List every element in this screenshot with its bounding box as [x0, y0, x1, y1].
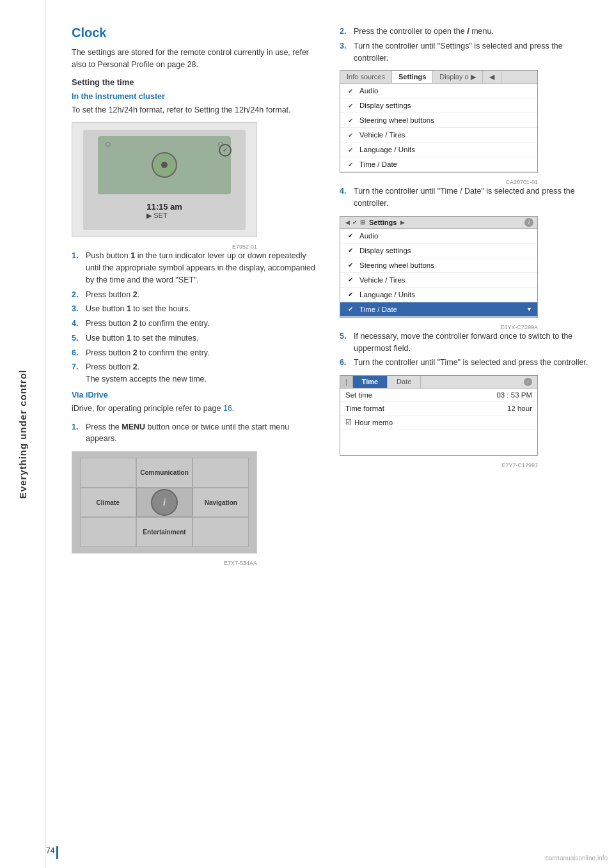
menu2-item-steering: ✔ Steering wheel buttons	[340, 258, 537, 273]
right-steps-top: 2. Press the controller to open the i me…	[340, 26, 588, 64]
idrive-navigation: Navigation	[193, 488, 249, 517]
check-icon: ✔	[345, 260, 356, 270]
sidebar: Everything under control	[0, 0, 46, 868]
idrive-steps-list: 1. Press the MENU button once or twice u…	[72, 421, 320, 446]
section-title: Clock	[72, 26, 320, 40]
in-cluster-text: To set the 12h/24h format, refer to Sett…	[72, 104, 320, 116]
check-icon: ✔	[345, 130, 356, 140]
in-cluster-title: In the instrument cluster	[72, 92, 320, 101]
menu2-item-display: ✔ Display settings	[340, 244, 537, 258]
cluster-time: 11:15 am	[146, 202, 182, 212]
idrive-climate: Climate	[80, 488, 136, 517]
menu2-item-vehicle: ✔ Vehicle / Tires	[340, 273, 537, 288]
time-tab-time: Time	[353, 376, 388, 388]
time-date-menu: | Time Date i Set time 03 : 53 PM Time f…	[340, 375, 538, 456]
list-item: 6. Turn the controller until "Time" is s…	[340, 357, 588, 369]
list-item: 2. Press the controller to open the i me…	[340, 26, 588, 38]
settings-menu-2-header: ◀ ✔ ⊞ Settings ▶ i	[340, 217, 537, 229]
check-icon: ✔	[345, 275, 356, 285]
settings-menu-1: Info sources Settings Display o ▶ ◀ ✔ Au…	[340, 70, 538, 173]
menu-item-audio: ✔ Audio	[340, 84, 537, 98]
time-date-row-hourmemo: ☑ Hour memo	[340, 415, 537, 430]
menu-item-display-settings: ✔ Display settings	[340, 98, 537, 113]
menu-item-steering: ✔ Steering wheel buttons	[340, 113, 537, 128]
list-item: 5. Use button 1 to set the minutes.	[72, 332, 320, 345]
right-column: 2. Press the controller to open the i me…	[340, 26, 588, 842]
tab-display: Display o ▶	[433, 71, 482, 83]
time-date-menu-note: E7Y7-C12997	[340, 462, 538, 469]
list-item: 3. Turn the controller until "Settings" …	[340, 40, 588, 65]
time-tab-date: Date	[388, 376, 421, 388]
idrive-entertainment: Entertainment	[136, 517, 193, 546]
info-icon: i	[524, 378, 532, 386]
time-date-row-settime: Set time 03 : 53 PM	[340, 389, 537, 402]
cluster-image: ⬡ ⬡ ✓ 11:15 am ▶ SET	[72, 122, 257, 237]
settings-menu-1-note: CA20701-01	[340, 179, 538, 185]
checkbox-icon: ☑	[345, 418, 352, 426]
tab-settings-active: Settings	[392, 71, 433, 83]
right-step4: 4. Turn the controller until "Time / Dat…	[340, 185, 588, 210]
intro-text: The settings are stored for the remote c…	[72, 47, 320, 71]
setting-time-title: Setting the time	[72, 77, 320, 87]
menu-item-time-date: ✔ Time / Date	[340, 157, 537, 172]
page-bar	[56, 846, 58, 859]
menu-item-language: ✔ Language / Units	[340, 143, 537, 157]
list-item: 6. Press button 2 to confirm the entry.	[72, 347, 320, 359]
sidebar-label: Everything under control	[17, 369, 28, 499]
check-icon: ✔	[345, 159, 356, 169]
via-idrive-title: Via iDrive	[72, 391, 320, 399]
menu2-item-audio: ✔ Audio	[340, 229, 537, 244]
cluster-set: ▶ SET	[146, 212, 182, 220]
list-item: 3. Use button 1 to set the hours.	[72, 303, 320, 315]
list-item: 5. If necessary, move the controller for…	[340, 330, 588, 355]
idrive-communication: Communication	[136, 458, 193, 487]
list-item: 2. Press button 2.	[72, 289, 320, 301]
page-number: 74	[46, 846, 54, 855]
list-item: 7. Press button 2.The system accepts the…	[72, 361, 320, 385]
tab-info-sources: Info sources	[340, 71, 392, 83]
menu2-item-time-date-selected: ✔ Time / Date ▼	[340, 302, 537, 317]
info-btn: i	[524, 218, 533, 227]
time-date-header: | Time Date i	[340, 376, 537, 389]
list-item: 1. Press the MENU button once or twice u…	[72, 421, 320, 446]
check-icon: ✔	[345, 245, 356, 256]
check-icon: ✔	[345, 86, 356, 96]
list-item: 4. Press button 2 to confirm the entry.	[72, 318, 320, 330]
settings-menu-2-note: E6YX-C7299A	[340, 324, 538, 330]
menu-item-vehicle: ✔ Vehicle / Tires	[340, 128, 537, 143]
menu2-item-language: ✔ Language / Units	[340, 288, 537, 302]
via-idrive-text: iDrive, for operating principle refer to…	[72, 403, 320, 415]
cluster-image-note: E7952-01	[72, 244, 257, 250]
list-item: 4. Turn the controller until "Time / Dat…	[340, 185, 588, 210]
idrive-center-button: i	[136, 488, 193, 517]
check-icon: ✔	[345, 144, 356, 155]
idrive-menu-image: Communication Climate i Navigation Enter…	[72, 451, 257, 554]
left-column: Clock The settings are stored for the re…	[72, 26, 320, 842]
idrive-image-note: E7X7-534AA	[72, 560, 257, 566]
settings-menu-1-header: Info sources Settings Display o ▶ ◀	[340, 71, 537, 84]
check-icon: ✔	[345, 115, 356, 125]
check-icon: ✔	[345, 304, 356, 314]
time-date-row-format: Time format 12 hour	[340, 402, 537, 415]
list-item: 1. Push button 1 in the turn indicator l…	[72, 250, 320, 286]
check-icon: ✔	[345, 100, 356, 111]
right-steps-56: 5. If necessary, move the controller for…	[340, 330, 588, 369]
check-icon: ✔	[345, 231, 356, 241]
cluster-steps-list: 1. Push button 1 in the turn indicator l…	[72, 250, 320, 385]
check-icon: ✔	[345, 290, 356, 300]
watermark: carmanualsonline.info	[546, 855, 608, 862]
tab-back: ◀	[483, 71, 501, 83]
settings-menu-2: ◀ ✔ ⊞ Settings ▶ i ✔ Audio ✔ Display set…	[340, 216, 538, 318]
